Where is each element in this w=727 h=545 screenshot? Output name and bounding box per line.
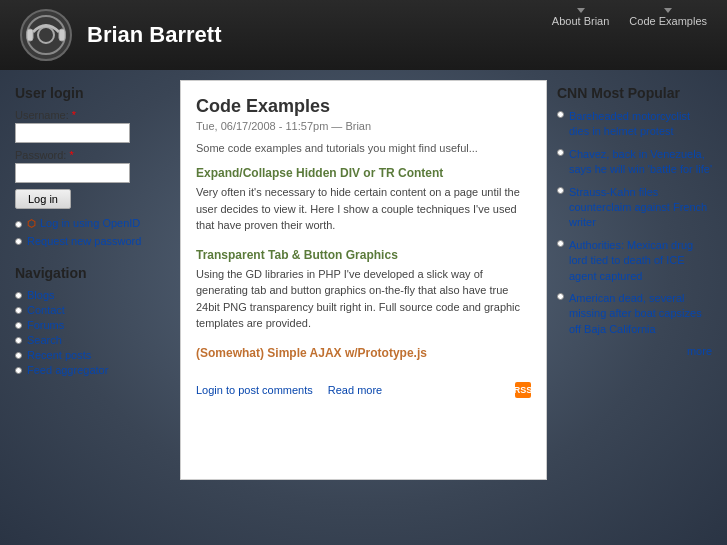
cnn-more-link[interactable]: more [687, 345, 712, 357]
cnn-link-4[interactable]: Authorities: Mexican drug lord tied to d… [569, 238, 712, 284]
read-more-link[interactable]: Read more [328, 384, 382, 396]
article-2-title[interactable]: Transparent Tab & Button Graphics [196, 248, 531, 262]
nav-blogs: Blogs [15, 289, 170, 301]
login-button-wrapper: Log in [15, 189, 170, 209]
password-label: Password: * [15, 149, 170, 161]
site-logo [20, 9, 72, 61]
password-required: * [69, 149, 73, 161]
top-nav-about[interactable]: About Brian [552, 8, 609, 27]
code-examples-arrow-icon [664, 8, 672, 13]
cnn-link-2[interactable]: Chavez, back in Venezuela, says he will … [569, 147, 712, 178]
rss-icon[interactable]: RSS [515, 382, 531, 398]
password-input[interactable] [15, 163, 130, 183]
article-2: Transparent Tab & Button Graphics Using … [196, 248, 531, 332]
article-1: Expand/Collapse Hidden DIV or TR Content… [196, 166, 531, 234]
page-title: Code Examples [196, 96, 531, 117]
cnn-item-4: Authorities: Mexican drug lord tied to d… [557, 238, 712, 284]
article-3-title[interactable]: (Somewhat) Simple AJAX w/Prototype.js [196, 346, 531, 360]
cnn-item-2: Chavez, back in Venezuela, says he will … [557, 147, 712, 178]
openid-link[interactable]: ⬡ Log in using OpenID [27, 217, 140, 229]
article-1-title[interactable]: Expand/Collapse Hidden DIV or TR Content [196, 166, 531, 180]
site-title: Brian Barrett [87, 22, 221, 48]
right-sidebar: CNN Most Popular Bareheaded motorcyclist… [557, 80, 712, 480]
cnn-bullet-1 [557, 111, 564, 118]
content-footer: Login to post comments Read more RSS [196, 374, 531, 398]
nav-forums: Forums [15, 319, 170, 331]
new-password-link[interactable]: Request new password [27, 235, 141, 247]
article-3: (Somewhat) Simple AJAX w/Prototype.js [196, 346, 531, 360]
openid-icon: ⬡ [27, 218, 36, 229]
cnn-item-3: Strauss-Kahn files counterclaim against … [557, 185, 712, 231]
nav-recent-posts: Recent posts [15, 349, 170, 361]
article-2-desc: Using the GD libraries in PHP I've devel… [196, 266, 531, 332]
navigation-section: Navigation Blogs Contact Forums Search R… [15, 265, 170, 376]
post-intro: Some code examples and tutorials you mig… [196, 142, 531, 154]
username-row: Username: * [15, 109, 170, 143]
cnn-bullet-2 [557, 149, 564, 156]
navigation-title: Navigation [15, 265, 170, 281]
nav-forums-bullet [15, 322, 22, 329]
cnn-link-5[interactable]: American dead, several missing after boa… [569, 291, 712, 337]
openid-bullet [15, 221, 22, 228]
username-required: * [72, 109, 76, 121]
nav-contact: Contact [15, 304, 170, 316]
new-password-bullet [15, 238, 22, 245]
password-row: Password: * [15, 149, 170, 183]
post-meta: Tue, 06/17/2008 - 11:57pm — Brian [196, 120, 531, 132]
login-to-post-link[interactable]: Login to post comments [196, 384, 313, 396]
login-section: User login Username: * Password: * Log i… [15, 85, 170, 247]
nav-feed-aggregator-bullet [15, 367, 22, 374]
nav-forums-link[interactable]: Forums [27, 319, 64, 331]
openid-item: ⬡ Log in using OpenID [15, 217, 170, 232]
nav-search-bullet [15, 337, 22, 344]
article-1-desc: Very often it's necessary to hide certai… [196, 184, 531, 234]
main-container: User login Username: * Password: * Log i… [0, 70, 727, 490]
login-button[interactable]: Log in [15, 189, 71, 209]
cnn-link-3[interactable]: Strauss-Kahn files counterclaim against … [569, 185, 712, 231]
svg-point-2 [38, 27, 54, 43]
cnn-more-wrapper: more [557, 344, 712, 358]
nav-contact-bullet [15, 307, 22, 314]
nav-blogs-bullet [15, 292, 22, 299]
header: Brian Barrett About Brian Code Examples [0, 0, 727, 70]
about-arrow-icon [577, 8, 585, 13]
nav-contact-link[interactable]: Contact [27, 304, 65, 316]
cnn-bullet-5 [557, 293, 564, 300]
cnn-title: CNN Most Popular [557, 85, 712, 101]
login-section-title: User login [15, 85, 170, 101]
username-input[interactable] [15, 123, 130, 143]
main-content: Code Examples Tue, 06/17/2008 - 11:57pm … [180, 80, 547, 480]
cnn-bullet-4 [557, 240, 564, 247]
cnn-link-1[interactable]: Bareheaded motorcyclist dies in helmet p… [569, 109, 712, 140]
cnn-item-1: Bareheaded motorcyclist dies in helmet p… [557, 109, 712, 140]
left-sidebar: User login Username: * Password: * Log i… [15, 80, 170, 480]
nav-recent-posts-bullet [15, 352, 22, 359]
nav-feed-aggregator-link[interactable]: Feed aggregator [27, 364, 108, 376]
cnn-bullet-3 [557, 187, 564, 194]
username-label: Username: * [15, 109, 170, 121]
nav-feed-aggregator: Feed aggregator [15, 364, 170, 376]
new-password-item: Request new password [15, 235, 170, 247]
nav-search: Search [15, 334, 170, 346]
nav-search-link[interactable]: Search [27, 334, 62, 346]
top-nav-code-examples[interactable]: Code Examples [629, 8, 707, 27]
top-nav: About Brian Code Examples [552, 8, 707, 27]
cnn-item-5: American dead, several missing after boa… [557, 291, 712, 337]
nav-blogs-link[interactable]: Blogs [27, 289, 55, 301]
nav-recent-posts-link[interactable]: Recent posts [27, 349, 91, 361]
